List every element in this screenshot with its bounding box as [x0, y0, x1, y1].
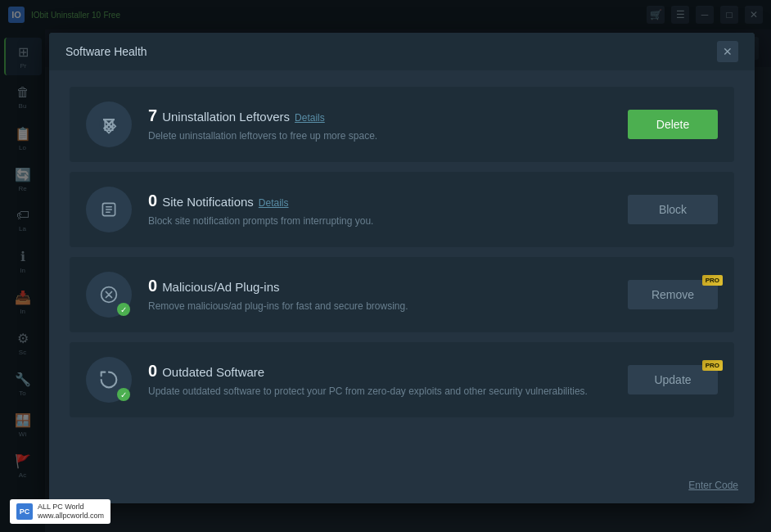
plugins-action: Remove PRO — [628, 280, 718, 309]
block-button[interactable]: Block — [628, 195, 718, 224]
enter-code-link[interactable]: Enter Code — [688, 480, 738, 491]
notifications-action: Block — [628, 195, 718, 224]
card-site-notifications: 0 Site Notifications Details Block site … — [70, 172, 734, 247]
uninstallation-description: Delete uninstallation leftovers to free … — [148, 129, 611, 143]
dialog-body: 7 Uninstallation Leftovers Details Delet… — [49, 70, 755, 467]
uninstallation-action: Delete — [628, 110, 718, 139]
card-icon-outdated: ✓ — [86, 357, 132, 403]
outdated-action: Update PRO — [628, 365, 718, 394]
card-malicious-plugins: ✓ 0 Malicious/Ad Plug-ins Remove malicio… — [70, 257, 734, 332]
card-icon-notifications — [86, 187, 132, 232]
card-info-outdated: 0 Outdated Software Update outdated soft… — [148, 362, 611, 399]
delete-button[interactable]: Delete — [628, 110, 718, 139]
uninstallation-title: Uninstallation Leftovers — [162, 110, 290, 124]
card-uninstallation-leftovers: 7 Uninstallation Leftovers Details Delet… — [70, 87, 734, 162]
card-icon-uninstallation — [86, 101, 132, 147]
plugins-title: Malicious/Ad Plug-ins — [162, 280, 279, 294]
card-info-uninstallation: 7 Uninstallation Leftovers Details Delet… — [148, 106, 611, 143]
outdated-count: 0 — [148, 362, 157, 381]
card-icon-plugins: ✓ — [86, 272, 132, 318]
card-outdated-software: ✓ 0 Outdated Software Update outdated so… — [70, 342, 734, 417]
remove-pro-badge: PRO — [702, 275, 723, 286]
watermark-line1: ALL PC World — [38, 503, 104, 512]
watermark: PC ALL PC World www.allpcworld.com — [10, 499, 110, 524]
plugins-description: Remove malicious/ad plug-ins for fast an… — [148, 300, 611, 313]
card-info-plugins: 0 Malicious/Ad Plug-ins Remove malicious… — [148, 277, 611, 313]
uninstall-icon — [97, 113, 120, 136]
watermark-line2: www.allpcworld.com — [38, 512, 104, 521]
card-info-notifications: 0 Site Notifications Details Block site … — [148, 192, 611, 228]
watermark-text: ALL PC World www.allpcworld.com — [38, 503, 104, 521]
watermark-icon: PC — [16, 503, 33, 520]
notifications-description: Block site notification prompts from int… — [148, 214, 611, 228]
plugins-badge: ✓ — [117, 303, 130, 316]
card-title-row-plugins: 0 Malicious/Ad Plug-ins — [148, 277, 611, 295]
dialog-close-button[interactable]: ✕ — [717, 41, 738, 62]
uninstallation-details-link[interactable]: Details — [295, 112, 325, 124]
notifications-details-link[interactable]: Details — [259, 197, 289, 209]
card-title-row-notifications: 0 Site Notifications Details — [148, 192, 611, 210]
dialog-title: Software Health — [65, 45, 147, 58]
update-pro-badge: PRO — [702, 360, 723, 371]
plugins-icon — [97, 283, 120, 306]
notifications-icon — [98, 199, 119, 220]
plugins-count: 0 — [148, 277, 157, 295]
dialog-header: Software Health ✕ — [49, 33, 755, 70]
outdated-badge: ✓ — [117, 388, 130, 401]
software-health-dialog: Software Health ✕ 7 Uninstallation Lefto… — [49, 33, 755, 503]
card-title-row-outdated: 0 Outdated Software — [148, 362, 611, 381]
notifications-title: Site Notifications — [162, 195, 254, 209]
notifications-count: 0 — [148, 192, 157, 210]
card-title-row-uninstallation: 7 Uninstallation Leftovers Details — [148, 106, 611, 125]
outdated-icon — [97, 368, 120, 391]
outdated-title: Outdated Software — [162, 365, 264, 379]
uninstallation-count: 7 — [148, 106, 157, 125]
dialog-footer: Enter Code — [49, 467, 755, 503]
outdated-description: Update outdated software to protect your… — [148, 385, 611, 399]
